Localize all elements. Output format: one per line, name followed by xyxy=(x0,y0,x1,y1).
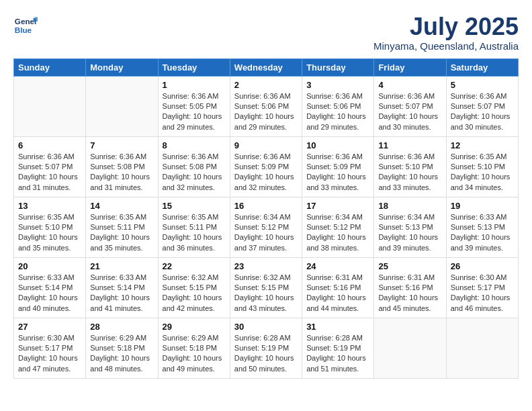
day-number: 5 xyxy=(451,80,514,90)
calendar-cell: 11Sunrise: 6:36 AM Sunset: 5:10 PM Dayli… xyxy=(374,136,446,197)
day-info: Sunrise: 6:29 AM Sunset: 5:18 PM Dayligh… xyxy=(163,333,226,375)
calendar-cell: 12Sunrise: 6:35 AM Sunset: 5:10 PM Dayli… xyxy=(446,136,518,197)
day-number: 12 xyxy=(451,140,514,150)
day-number: 30 xyxy=(234,322,298,332)
calendar-cell: 23Sunrise: 6:32 AM Sunset: 5:15 PM Dayli… xyxy=(230,257,302,318)
calendar-cell: 4Sunrise: 6:36 AM Sunset: 5:07 PM Daylig… xyxy=(374,76,446,136)
week-row-2: 6Sunrise: 6:36 AM Sunset: 5:07 PM Daylig… xyxy=(14,136,519,197)
day-info: Sunrise: 6:28 AM Sunset: 5:19 PM Dayligh… xyxy=(306,333,369,375)
weekday-header-friday: Friday xyxy=(374,58,446,76)
calendar-cell: 10Sunrise: 6:36 AM Sunset: 5:09 PM Dayli… xyxy=(302,136,374,197)
day-info: Sunrise: 6:36 AM Sunset: 5:07 PM Dayligh… xyxy=(451,91,514,133)
day-number: 1 xyxy=(163,80,226,90)
day-number: 27 xyxy=(18,322,81,332)
calendar-table: SundayMondayTuesdayWednesdayThursdayFrid… xyxy=(13,58,519,379)
weekday-header-thursday: Thursday xyxy=(302,58,374,76)
day-info: Sunrise: 6:30 AM Sunset: 5:17 PM Dayligh… xyxy=(18,333,81,375)
calendar-cell: 5Sunrise: 6:36 AM Sunset: 5:07 PM Daylig… xyxy=(446,76,518,136)
calendar-cell: 19Sunrise: 6:33 AM Sunset: 5:13 PM Dayli… xyxy=(446,197,518,257)
weekday-header-row: SundayMondayTuesdayWednesdayThursdayFrid… xyxy=(14,58,519,76)
day-info: Sunrise: 6:30 AM Sunset: 5:17 PM Dayligh… xyxy=(451,273,514,314)
calendar-cell: 16Sunrise: 6:34 AM Sunset: 5:12 PM Dayli… xyxy=(230,197,302,257)
day-info: Sunrise: 6:36 AM Sunset: 5:10 PM Dayligh… xyxy=(378,152,441,193)
day-info: Sunrise: 6:36 AM Sunset: 5:07 PM Dayligh… xyxy=(18,152,81,193)
week-row-3: 13Sunrise: 6:35 AM Sunset: 5:10 PM Dayli… xyxy=(14,197,519,257)
calendar-cell: 29Sunrise: 6:29 AM Sunset: 5:18 PM Dayli… xyxy=(158,318,230,378)
day-number: 2 xyxy=(234,80,298,90)
day-number: 18 xyxy=(378,201,441,211)
calendar-cell: 2Sunrise: 6:36 AM Sunset: 5:06 PM Daylig… xyxy=(230,76,302,136)
day-info: Sunrise: 6:33 AM Sunset: 5:14 PM Dayligh… xyxy=(18,273,81,314)
calendar-cell: 3Sunrise: 6:36 AM Sunset: 5:06 PM Daylig… xyxy=(302,76,374,136)
day-number: 21 xyxy=(90,261,153,271)
weekday-header-monday: Monday xyxy=(86,58,158,76)
calendar-cell: 1Sunrise: 6:36 AM Sunset: 5:05 PM Daylig… xyxy=(158,76,230,136)
day-number: 20 xyxy=(18,261,81,271)
day-info: Sunrise: 6:31 AM Sunset: 5:16 PM Dayligh… xyxy=(378,273,441,314)
calendar-cell: 22Sunrise: 6:32 AM Sunset: 5:15 PM Dayli… xyxy=(158,257,230,318)
day-info: Sunrise: 6:31 AM Sunset: 5:16 PM Dayligh… xyxy=(306,273,369,314)
day-info: Sunrise: 6:36 AM Sunset: 5:06 PM Dayligh… xyxy=(306,91,369,133)
day-info: Sunrise: 6:32 AM Sunset: 5:15 PM Dayligh… xyxy=(234,273,298,314)
calendar-cell: 26Sunrise: 6:30 AM Sunset: 5:17 PM Dayli… xyxy=(446,257,518,318)
svg-text:General: General xyxy=(15,17,38,26)
weekday-header-saturday: Saturday xyxy=(446,58,518,76)
calendar-cell: 18Sunrise: 6:34 AM Sunset: 5:13 PM Dayli… xyxy=(374,197,446,257)
day-number: 8 xyxy=(163,140,226,150)
calendar-cell: 27Sunrise: 6:30 AM Sunset: 5:17 PM Dayli… xyxy=(14,318,86,378)
calendar-cell: 17Sunrise: 6:34 AM Sunset: 5:12 PM Dayli… xyxy=(302,197,374,257)
day-info: Sunrise: 6:34 AM Sunset: 5:13 PM Dayligh… xyxy=(378,212,441,254)
calendar-cell: 8Sunrise: 6:36 AM Sunset: 5:08 PM Daylig… xyxy=(158,136,230,197)
calendar-cell: 24Sunrise: 6:31 AM Sunset: 5:16 PM Dayli… xyxy=(302,257,374,318)
day-number: 23 xyxy=(234,261,298,271)
weekday-header-tuesday: Tuesday xyxy=(158,58,230,76)
day-info: Sunrise: 6:36 AM Sunset: 5:08 PM Dayligh… xyxy=(163,152,226,193)
day-number: 15 xyxy=(163,201,226,211)
logo-icon: General Blue xyxy=(13,13,38,38)
day-info: Sunrise: 6:33 AM Sunset: 5:14 PM Dayligh… xyxy=(90,273,153,314)
logo: General Blue xyxy=(13,13,38,38)
day-info: Sunrise: 6:36 AM Sunset: 5:08 PM Dayligh… xyxy=(90,152,153,193)
page-header: General Blue July 2025 Minyama, Queensla… xyxy=(13,13,519,52)
day-number: 13 xyxy=(18,201,81,211)
day-number: 19 xyxy=(451,201,514,211)
day-number: 17 xyxy=(306,201,369,211)
day-info: Sunrise: 6:35 AM Sunset: 5:10 PM Dayligh… xyxy=(451,152,514,193)
calendar-cell: 21Sunrise: 6:33 AM Sunset: 5:14 PM Dayli… xyxy=(86,257,158,318)
calendar-cell: 28Sunrise: 6:29 AM Sunset: 5:18 PM Dayli… xyxy=(86,318,158,378)
day-info: Sunrise: 6:36 AM Sunset: 5:09 PM Dayligh… xyxy=(306,152,369,193)
weekday-header-wednesday: Wednesday xyxy=(230,58,302,76)
day-number: 7 xyxy=(90,140,153,150)
day-info: Sunrise: 6:36 AM Sunset: 5:09 PM Dayligh… xyxy=(234,152,298,193)
day-number: 16 xyxy=(234,201,298,211)
day-info: Sunrise: 6:36 AM Sunset: 5:06 PM Dayligh… xyxy=(234,91,298,133)
day-info: Sunrise: 6:35 AM Sunset: 5:10 PM Dayligh… xyxy=(18,212,81,254)
day-info: Sunrise: 6:35 AM Sunset: 5:11 PM Dayligh… xyxy=(163,212,226,254)
day-number: 24 xyxy=(306,261,369,271)
calendar-cell xyxy=(86,76,158,136)
day-info: Sunrise: 6:32 AM Sunset: 5:15 PM Dayligh… xyxy=(163,273,226,314)
month-title: July 2025 xyxy=(373,13,519,40)
day-number: 3 xyxy=(306,80,369,90)
calendar-cell: 14Sunrise: 6:35 AM Sunset: 5:11 PM Dayli… xyxy=(86,197,158,257)
calendar-cell: 30Sunrise: 6:28 AM Sunset: 5:19 PM Dayli… xyxy=(230,318,302,378)
week-row-5: 27Sunrise: 6:30 AM Sunset: 5:17 PM Dayli… xyxy=(14,318,519,378)
calendar-cell: 9Sunrise: 6:36 AM Sunset: 5:09 PM Daylig… xyxy=(230,136,302,197)
calendar-cell xyxy=(14,76,86,136)
calendar-cell: 20Sunrise: 6:33 AM Sunset: 5:14 PM Dayli… xyxy=(14,257,86,318)
calendar-cell xyxy=(374,318,446,378)
day-info: Sunrise: 6:36 AM Sunset: 5:07 PM Dayligh… xyxy=(378,91,441,133)
day-info: Sunrise: 6:33 AM Sunset: 5:13 PM Dayligh… xyxy=(451,212,514,254)
day-number: 29 xyxy=(163,322,226,332)
day-info: Sunrise: 6:29 AM Sunset: 5:18 PM Dayligh… xyxy=(90,333,153,375)
day-info: Sunrise: 6:28 AM Sunset: 5:19 PM Dayligh… xyxy=(234,333,298,375)
day-number: 28 xyxy=(90,322,153,332)
calendar-cell: 13Sunrise: 6:35 AM Sunset: 5:10 PM Dayli… xyxy=(14,197,86,257)
calendar-cell: 31Sunrise: 6:28 AM Sunset: 5:19 PM Dayli… xyxy=(302,318,374,378)
day-number: 25 xyxy=(378,261,441,271)
day-number: 4 xyxy=(378,80,441,90)
day-number: 26 xyxy=(451,261,514,271)
day-number: 31 xyxy=(306,322,369,332)
day-number: 11 xyxy=(378,140,441,150)
day-info: Sunrise: 6:36 AM Sunset: 5:05 PM Dayligh… xyxy=(163,91,226,133)
